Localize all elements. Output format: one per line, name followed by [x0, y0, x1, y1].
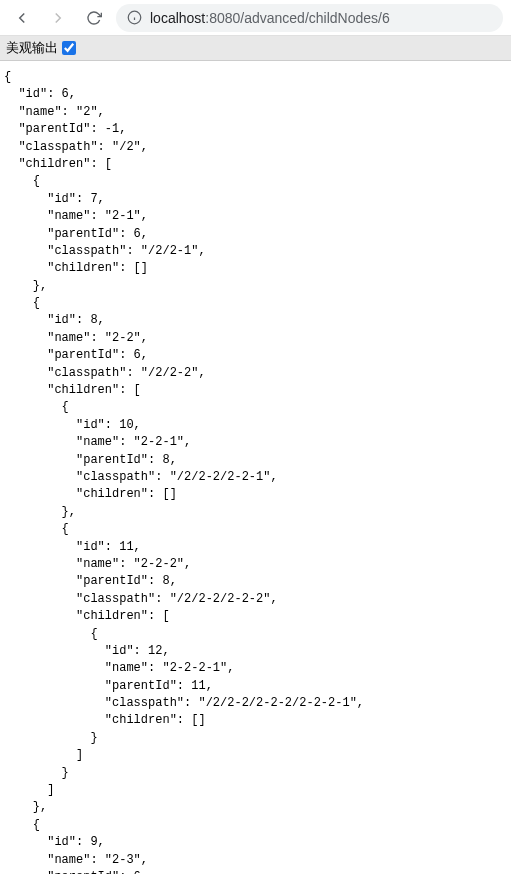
pretty-print-checkbox[interactable]: [62, 41, 76, 55]
address-bar[interactable]: localhost:8080/advanced/childNodes/6: [116, 4, 503, 32]
url-host: localhost: [150, 10, 205, 26]
pretty-print-label: 美观输出: [6, 39, 58, 57]
url-text: localhost:8080/advanced/childNodes/6: [150, 10, 390, 26]
site-info-icon[interactable]: [126, 10, 142, 26]
json-body: { "id": 6, "name": "2", "parentId": -1, …: [0, 61, 511, 874]
forward-button[interactable]: [44, 4, 72, 32]
url-path: :8080/advanced/childNodes/6: [205, 10, 389, 26]
pretty-print-bar: 美观输出: [0, 36, 511, 61]
browser-toolbar: localhost:8080/advanced/childNodes/6: [0, 0, 511, 36]
reload-button[interactable]: [80, 4, 108, 32]
back-button[interactable]: [8, 4, 36, 32]
